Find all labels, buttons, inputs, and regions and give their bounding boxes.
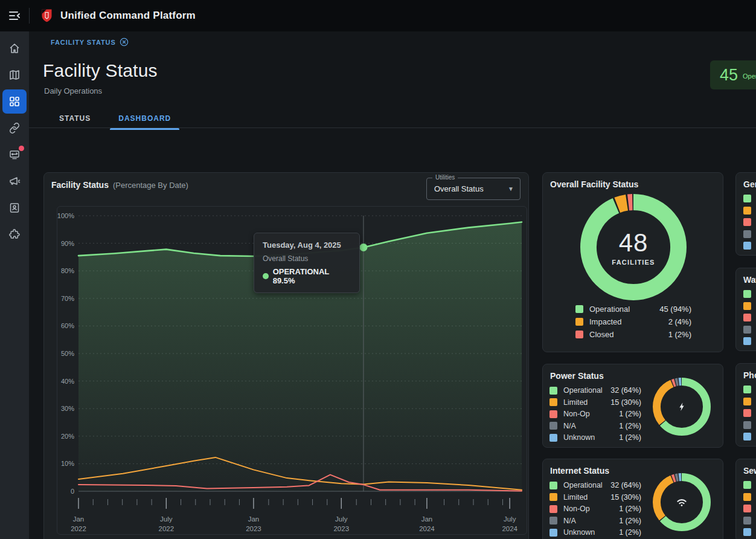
legend-value: 32 (64%): [610, 481, 641, 489]
svg-text:July: July: [160, 515, 173, 523]
svg-text:2022: 2022: [159, 525, 175, 532]
legend-row[interactable]: N/A1 (2%): [549, 517, 641, 525]
sidebar-item-integrations[interactable]: [2, 222, 27, 247]
panel-title: Wat: [743, 275, 756, 285]
water-legend: [743, 290, 751, 345]
panel-title: Overall Facility Status: [550, 179, 638, 189]
legend-value: 1 (2%): [668, 330, 691, 339]
line-chart-plot-area[interactable]: 100%90%80%70%60%50%40%30%20%10%0Jan2022J…: [57, 206, 527, 535]
legend-label: Impacted: [589, 317, 621, 326]
svg-text:July: July: [335, 515, 348, 523]
overall-status-donut[interactable]: 48 FACILITIES: [580, 194, 687, 300]
legend-row[interactable]: Operational32 (64%): [549, 481, 641, 489]
badge-label: Operational: [743, 73, 756, 80]
app-title: Unified Command Platform: [60, 10, 196, 22]
breadcrumb-label: FACILITY STATUS: [51, 39, 116, 46]
legend-row[interactable]: Limited15 (30%): [549, 398, 641, 407]
legend-swatch[interactable]: [743, 242, 751, 250]
panel-title: Power Status: [550, 371, 604, 381]
topbar: Unified Command Platform: [0, 0, 756, 31]
legend-swatch[interactable]: [743, 302, 751, 310]
panel-title: Internet Status: [550, 466, 609, 476]
operational-count-badge[interactable]: 45 Operational: [710, 60, 756, 89]
legend-row[interactable]: Non-Op1 (2%): [549, 505, 641, 513]
svg-text:80%: 80%: [61, 267, 74, 274]
legend-swatch[interactable]: [743, 481, 751, 489]
svg-text:20%: 20%: [61, 433, 74, 440]
svg-text:40%: 40%: [61, 378, 74, 385]
sidebar-item-map[interactable]: [2, 63, 27, 87]
legend-swatch: [575, 318, 583, 326]
legend-value: 1 (2%): [619, 528, 641, 537]
sidebar-item-announcement[interactable]: [2, 169, 27, 193]
legend-swatch[interactable]: [743, 195, 751, 202]
tooltip-value: OPERATIONAL 89.5%: [273, 267, 351, 285]
tooltip-date: Tuesday, Aug 4, 2025: [263, 240, 351, 250]
legend-swatch: [575, 305, 583, 313]
sidebar-item-dashboard[interactable]: [2, 89, 27, 114]
legend-value: 1 (2%): [619, 433, 641, 442]
svg-text:Jan: Jan: [73, 515, 85, 523]
generator-status-card: Gen: [735, 172, 756, 256]
legend-swatch[interactable]: [743, 517, 751, 524]
legend-swatch[interactable]: [743, 230, 751, 238]
sidebar-item-device-hub[interactable]: [2, 143, 27, 167]
legend-swatch[interactable]: [743, 505, 751, 512]
legend-swatch[interactable]: [743, 433, 751, 441]
sidebar-item-home[interactable]: [2, 36, 27, 60]
legend-label: Non-Op: [563, 410, 590, 418]
svg-text:July: July: [504, 515, 516, 523]
legend-swatch: [549, 398, 557, 406]
svg-text:Jan: Jan: [248, 515, 260, 523]
legend-swatch: [549, 387, 557, 395]
legend-swatch[interactable]: [743, 421, 751, 429]
legend-swatch[interactable]: [743, 290, 751, 298]
legend-swatch[interactable]: [743, 337, 751, 345]
legend-swatch[interactable]: [743, 326, 751, 334]
internet-status-donut[interactable]: [653, 473, 711, 531]
legend-row[interactable]: Limited15 (30%): [549, 493, 641, 502]
svg-text:2022: 2022: [71, 525, 86, 532]
legend-row[interactable]: Non-Op1 (2%): [549, 410, 641, 418]
legend-swatch[interactable]: [743, 493, 751, 501]
utilities-select[interactable]: Utilities Overall Status ▼: [426, 178, 521, 200]
panel-title: Gen: [743, 179, 756, 189]
legend-swatch: [549, 529, 557, 537]
legend-swatch: [549, 410, 557, 418]
chart-card-title: Facility Status: [51, 180, 109, 190]
legend-row[interactable]: Impacted2 (4%): [575, 317, 691, 326]
legend-swatch[interactable]: [743, 528, 751, 536]
legend-swatch[interactable]: [743, 207, 751, 215]
water-status-card: Wat: [735, 268, 756, 351]
badge-value: 45: [720, 66, 738, 85]
legend-row[interactable]: Operational45 (94%): [575, 305, 691, 314]
legend-label: Operational: [589, 305, 630, 314]
legend-swatch[interactable]: [743, 398, 751, 405]
legend-row[interactable]: Closed1 (2%): [575, 330, 691, 339]
menu-open-icon[interactable]: [0, 0, 29, 31]
facility-status-chart-card: Facility Status (Percentage By Date) Uti…: [43, 172, 529, 539]
legend-swatch[interactable]: [743, 218, 751, 226]
legend-swatch[interactable]: [743, 409, 751, 417]
legend-row[interactable]: Operational32 (64%): [549, 386, 641, 395]
legend-swatch: [549, 505, 557, 513]
power-status-card: Power Status Operational32 (64%)Limited1…: [542, 364, 723, 448]
legend-row[interactable]: N/A1 (2%): [549, 422, 641, 430]
legend-row[interactable]: Unknown1 (2%): [549, 433, 641, 442]
legend-label: N/A: [563, 422, 576, 430]
legend-label: Limited: [563, 493, 588, 502]
power-status-donut[interactable]: [653, 378, 711, 436]
sidebar-item-link[interactable]: [2, 116, 27, 140]
sidebar-item-contact-card[interactable]: [2, 196, 27, 220]
remove-filter-icon[interactable]: [120, 37, 129, 47]
internet-status-card: Internet Status Operational32 (64%)Limit…: [542, 459, 723, 539]
legend-swatch[interactable]: [743, 386, 751, 393]
panel-title: Pho: [743, 370, 756, 380]
svg-text:70%: 70%: [61, 295, 74, 302]
svg-text:2023: 2023: [333, 525, 349, 532]
chart-card-header: Facility Status (Percentage By Date) Uti…: [51, 180, 521, 190]
breadcrumb[interactable]: FACILITY STATUS: [51, 37, 129, 47]
legend-value: 32 (64%): [610, 386, 641, 395]
legend-row[interactable]: Unknown1 (2%): [549, 528, 641, 537]
legend-swatch[interactable]: [743, 314, 751, 321]
